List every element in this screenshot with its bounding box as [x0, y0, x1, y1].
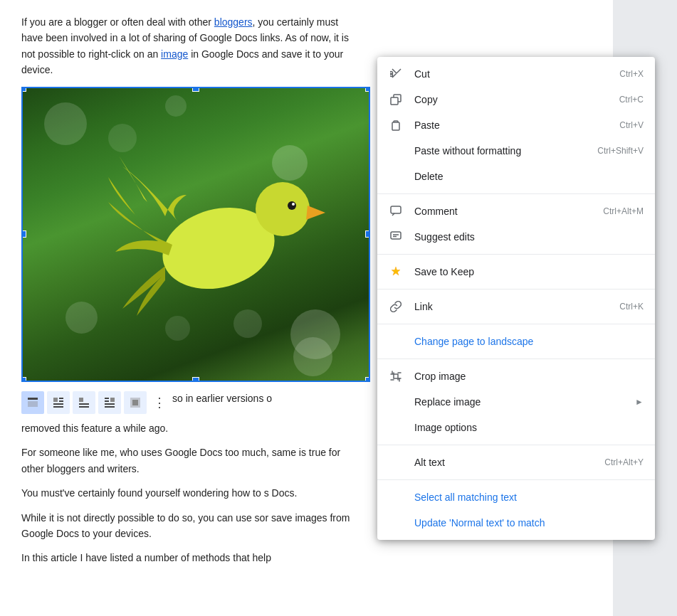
menu-item-suggest[interactable]: Suggest edits: [377, 224, 655, 250]
menu-item-replace[interactable]: Replace image ►: [377, 389, 655, 415]
paste-no-format-shortcut: Ctrl+Shift+V: [597, 146, 644, 156]
svg-rect-7: [53, 398, 58, 402]
alt-text-label: Alt text: [414, 457, 593, 468]
svg-rect-17: [105, 400, 109, 402]
toolbar-more-button[interactable]: ⋮: [149, 393, 169, 413]
cut-shortcut: Ctrl+X: [619, 69, 644, 79]
suggest-icon: [389, 230, 403, 244]
svg-point-3: [288, 201, 296, 210]
svg-rect-16: [105, 398, 109, 399]
align-wrap-left-button[interactable]: [47, 391, 70, 414]
paste-no-format-label: Paste without formatting: [414, 145, 586, 156]
divider-5: [377, 359, 655, 359]
divider-6: [377, 445, 655, 445]
svg-rect-14: [79, 406, 89, 408]
menu-item-comment[interactable]: Comment Ctrl+Alt+M: [377, 198, 655, 224]
handle-bottom-left[interactable]: [21, 377, 26, 382]
menu-item-alt-text[interactable]: Alt text Ctrl+Alt+Y: [377, 450, 655, 475]
svg-rect-8: [59, 398, 63, 399]
link-label: Link: [414, 301, 608, 312]
menu-item-link[interactable]: Link Ctrl+K: [377, 294, 655, 319]
selected-image[interactable]: [21, 87, 370, 382]
divider-2: [377, 254, 655, 255]
svg-rect-5: [28, 398, 38, 400]
align-break-left-button[interactable]: [73, 391, 95, 414]
link-shortcut: Ctrl+K: [619, 302, 644, 312]
menu-item-update-style[interactable]: Update 'Normal text' to match: [377, 510, 655, 536]
alt-text-shortcut: Ctrl+Alt+Y: [604, 457, 644, 467]
paste-shortcut: Ctrl+V: [619, 120, 644, 130]
doc-paragraph-2: removed this feature a while ago.: [21, 420, 356, 436]
replace-label: Replace image: [414, 396, 629, 408]
handle-bottom-right[interactable]: [365, 377, 370, 382]
menu-item-landscape[interactable]: Change page to landscape: [377, 329, 655, 354]
svg-point-4: [292, 203, 295, 206]
align-inline-button[interactable]: [21, 391, 44, 414]
copy-icon: [389, 92, 403, 107]
svg-rect-6: [28, 401, 38, 407]
svg-rect-15: [110, 398, 115, 402]
comment-shortcut: Ctrl+Alt+M: [603, 206, 644, 216]
handle-middle-right[interactable]: [365, 230, 370, 238]
menu-item-crop[interactable]: Crop image: [377, 363, 655, 389]
svg-rect-25: [392, 122, 399, 130]
doc-paragraph-3: For someone like me, who uses Google Doc…: [21, 445, 356, 477]
menu-item-cut[interactable]: Cut Ctrl+X: [377, 61, 655, 87]
divider-1: [377, 193, 655, 194]
cut-label: Cut: [414, 68, 608, 80]
svg-rect-10: [53, 403, 63, 405]
svg-rect-9: [59, 400, 63, 402]
menu-item-paste[interactable]: Paste Ctrl+V: [377, 112, 655, 138]
handle-top-middle[interactable]: [192, 87, 199, 92]
link-icon: [389, 299, 403, 314]
doc-paragraph-5: While it is not directly possible to do …: [21, 510, 356, 542]
align-behind-button[interactable]: [124, 391, 147, 414]
svg-rect-19: [105, 406, 115, 408]
update-style-label: Update 'Normal text' to match: [414, 517, 644, 529]
align-wrap-right-button[interactable]: [98, 391, 121, 414]
divider-3: [377, 289, 655, 290]
svg-rect-21: [132, 400, 138, 405]
divider-7: [377, 479, 655, 480]
svg-rect-12: [79, 398, 83, 402]
svg-rect-11: [53, 406, 63, 408]
select-all-label: Select all matching text: [414, 492, 644, 503]
menu-item-keep[interactable]: Save to Keep: [377, 259, 655, 285]
keep-label: Save to Keep: [414, 266, 644, 277]
menu-item-paste-no-format[interactable]: Paste without formatting Ctrl+Shift+V: [377, 138, 655, 164]
paste-icon: [389, 118, 403, 132]
handle-top-left[interactable]: [21, 87, 26, 92]
landscape-label: Change page to landscape: [414, 336, 644, 347]
image-toolbar: ⋮ so in earlier versions o: [21, 391, 356, 415]
crop-icon: [389, 369, 403, 383]
svg-rect-18: [105, 403, 115, 405]
replace-arrow: ►: [635, 397, 644, 407]
menu-item-select-all[interactable]: Select all matching text: [377, 484, 655, 510]
svg-rect-24: [391, 97, 398, 105]
cut-icon: [389, 67, 403, 81]
svg-rect-26: [391, 206, 401, 213]
handle-bottom-middle[interactable]: [192, 377, 199, 382]
keep-icon: [389, 265, 403, 279]
document-area: If you are a blogger or often deal with …: [0, 0, 377, 616]
crop-label: Crop image: [414, 371, 644, 382]
paste-label: Paste: [414, 120, 608, 131]
comment-icon: [389, 204, 403, 218]
handle-middle-left[interactable]: [21, 230, 26, 238]
doc-paragraph-1: If you are a blogger or often deal with …: [21, 14, 356, 78]
doc-paragraph-6: In this article I have listed a number o…: [21, 550, 356, 565]
menu-item-copy[interactable]: Copy Ctrl+C: [377, 87, 655, 112]
doc-paragraph-4: You must've certainly found yourself won…: [21, 485, 356, 501]
copy-shortcut: Ctrl+C: [619, 95, 644, 105]
bird-image: [108, 124, 329, 351]
menu-item-delete[interactable]: Delete: [377, 164, 655, 189]
svg-line-22: [397, 69, 401, 73]
context-menu: Cut Ctrl+X Copy Ctrl+C Paste Ctrl+V Past…: [377, 57, 655, 540]
menu-item-image-options[interactable]: Image options: [377, 415, 655, 440]
handle-top-right[interactable]: [365, 87, 370, 92]
svg-rect-27: [391, 232, 401, 239]
inline-text-after: so in earlier versions o: [172, 391, 272, 406]
svg-rect-13: [79, 403, 89, 405]
svg-marker-2: [306, 206, 325, 220]
divider-4: [377, 324, 655, 324]
